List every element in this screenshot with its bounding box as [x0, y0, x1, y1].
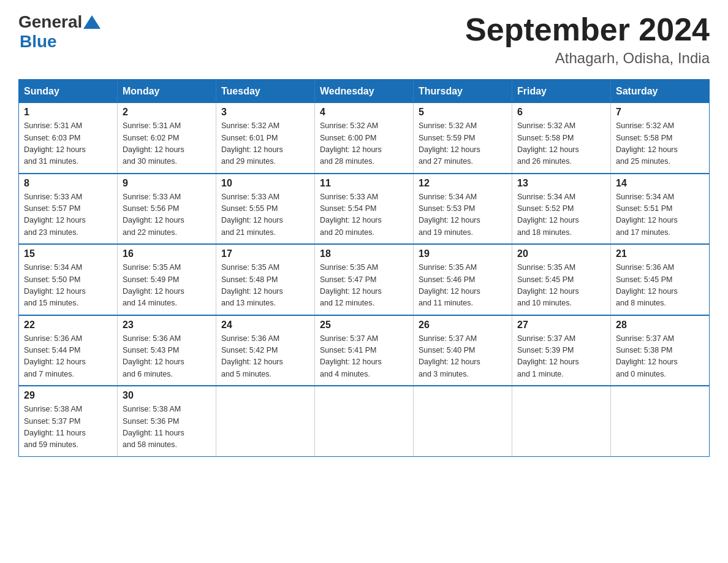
calendar-week-row: 29 Sunrise: 5:38 AM Sunset: 5:37 PM Dayl… — [19, 386, 710, 456]
weekday-header-monday: Monday — [118, 80, 216, 104]
daylight-minutes-text: and 30 minutes. — [123, 157, 177, 166]
daylight-minutes-text: and 58 minutes. — [123, 440, 177, 449]
sunset-text: Sunset: 5:58 PM — [517, 134, 574, 142]
sunset-text: Sunset: 5:49 PM — [123, 275, 179, 284]
day-number: 25 — [320, 320, 408, 331]
day-info: Sunrise: 5:38 AM Sunset: 5:36 PM Dayligh… — [123, 404, 211, 451]
day-info: Sunrise: 5:36 AM Sunset: 5:44 PM Dayligh… — [24, 333, 112, 381]
day-number: 3 — [221, 107, 309, 118]
weekday-header-wednesday: Wednesday — [315, 80, 414, 104]
calendar-day-cell: 2 Sunrise: 5:31 AM Sunset: 6:02 PM Dayli… — [118, 103, 216, 174]
day-number: 20 — [517, 248, 605, 259]
sunset-text: Sunset: 5:55 PM — [221, 204, 278, 213]
daylight-minutes-text: and 5 minutes. — [221, 370, 271, 378]
day-number: 16 — [123, 248, 211, 259]
logo-general-text: General — [18, 12, 82, 32]
calendar-day-cell: 7 Sunrise: 5:32 AM Sunset: 5:58 PM Dayli… — [611, 103, 710, 174]
sunset-text: Sunset: 5:54 PM — [320, 204, 376, 213]
daylight-minutes-text: and 21 minutes. — [221, 228, 276, 237]
daylight-minutes-text: and 29 minutes. — [221, 157, 276, 166]
day-info: Sunrise: 5:32 AM Sunset: 6:00 PM Dayligh… — [320, 120, 408, 168]
daylight-text: Daylight: 12 hours — [221, 216, 283, 224]
day-info: Sunrise: 5:37 AM Sunset: 5:38 PM Dayligh… — [616, 333, 704, 381]
day-number: 8 — [24, 178, 112, 189]
day-info: Sunrise: 5:36 AM Sunset: 5:45 PM Dayligh… — [616, 262, 704, 310]
sunrise-text: Sunrise: 5:32 AM — [320, 121, 378, 130]
calendar-day-cell: 19 Sunrise: 5:35 AM Sunset: 5:46 PM Dayl… — [414, 244, 512, 315]
daylight-minutes-text: and 3 minutes. — [419, 370, 469, 378]
calendar-day-cell: 22 Sunrise: 5:36 AM Sunset: 5:44 PM Dayl… — [19, 315, 118, 386]
weekday-header-row: SundayMondayTuesdayWednesdayThursdayFrid… — [19, 80, 710, 104]
sunset-text: Sunset: 5:37 PM — [24, 417, 80, 426]
day-info: Sunrise: 5:34 AM Sunset: 5:51 PM Dayligh… — [616, 191, 704, 239]
day-number: 1 — [24, 107, 112, 118]
day-info: Sunrise: 5:36 AM Sunset: 5:43 PM Dayligh… — [123, 333, 211, 381]
daylight-minutes-text: and 14 minutes. — [123, 299, 177, 307]
daylight-minutes-text: and 0 minutes. — [616, 370, 666, 378]
daylight-minutes-text: and 13 minutes. — [221, 299, 276, 307]
daylight-minutes-text: and 28 minutes. — [320, 157, 374, 166]
day-number: 12 — [419, 178, 507, 189]
sunset-text: Sunset: 5:48 PM — [221, 275, 278, 284]
logo: General Blue — [18, 12, 100, 52]
calendar-day-cell: 3 Sunrise: 5:32 AM Sunset: 6:01 PM Dayli… — [216, 103, 315, 174]
day-number: 13 — [517, 178, 605, 189]
day-number: 2 — [123, 107, 211, 118]
daylight-minutes-text: and 26 minutes. — [517, 157, 572, 166]
daylight-minutes-text: and 23 minutes. — [24, 228, 78, 237]
sunset-text: Sunset: 5:45 PM — [517, 275, 574, 284]
day-info: Sunrise: 5:35 AM Sunset: 5:47 PM Dayligh… — [320, 262, 408, 310]
daylight-text: Daylight: 12 hours — [517, 287, 579, 296]
location-title: Athagarh, Odisha, India — [465, 50, 710, 67]
day-info: Sunrise: 5:31 AM Sunset: 6:02 PM Dayligh… — [123, 120, 211, 168]
sunset-text: Sunset: 5:56 PM — [123, 204, 179, 213]
calendar-day-cell: 16 Sunrise: 5:35 AM Sunset: 5:49 PM Dayl… — [118, 244, 216, 315]
daylight-minutes-text: and 11 minutes. — [419, 299, 473, 307]
daylight-minutes-text: and 10 minutes. — [517, 299, 572, 307]
daylight-minutes-text: and 7 minutes. — [24, 370, 74, 378]
calendar-week-row: 1 Sunrise: 5:31 AM Sunset: 6:03 PM Dayli… — [19, 103, 710, 174]
calendar-table: SundayMondayTuesdayWednesdayThursdayFrid… — [18, 79, 710, 457]
daylight-text: Daylight: 12 hours — [517, 216, 579, 224]
calendar-day-cell: 12 Sunrise: 5:34 AM Sunset: 5:53 PM Dayl… — [414, 174, 512, 245]
sunset-text: Sunset: 5:42 PM — [221, 346, 278, 354]
calendar-day-cell: 11 Sunrise: 5:33 AM Sunset: 5:54 PM Dayl… — [315, 174, 414, 245]
daylight-minutes-text: and 31 minutes. — [24, 157, 78, 166]
daylight-text: Daylight: 12 hours — [123, 287, 184, 296]
daylight-text: Daylight: 12 hours — [24, 358, 86, 366]
sunrise-text: Sunrise: 5:36 AM — [123, 334, 181, 343]
day-info: Sunrise: 5:35 AM Sunset: 5:48 PM Dayligh… — [221, 262, 309, 310]
day-number: 6 — [517, 107, 605, 118]
daylight-text: Daylight: 12 hours — [24, 145, 86, 154]
day-number: 30 — [123, 390, 211, 401]
sunrise-text: Sunrise: 5:38 AM — [24, 405, 82, 413]
day-info: Sunrise: 5:33 AM Sunset: 5:56 PM Dayligh… — [123, 191, 211, 239]
day-info: Sunrise: 5:32 AM Sunset: 5:58 PM Dayligh… — [616, 120, 704, 168]
daylight-text: Daylight: 12 hours — [24, 216, 86, 224]
calendar-week-row: 22 Sunrise: 5:36 AM Sunset: 5:44 PM Dayl… — [19, 315, 710, 386]
weekday-header-tuesday: Tuesday — [216, 80, 315, 104]
calendar-day-cell — [315, 386, 414, 456]
sunset-text: Sunset: 5:53 PM — [419, 204, 475, 213]
sunrise-text: Sunrise: 5:36 AM — [221, 334, 279, 343]
daylight-minutes-text: and 18 minutes. — [517, 228, 572, 237]
sunrise-text: Sunrise: 5:31 AM — [24, 121, 82, 130]
day-number: 14 — [616, 178, 704, 189]
daylight-text: Daylight: 12 hours — [221, 145, 283, 154]
logo-blue-text: Blue — [20, 32, 57, 51]
daylight-minutes-text: and 59 minutes. — [24, 440, 78, 449]
sunrise-text: Sunrise: 5:35 AM — [320, 263, 378, 272]
daylight-text: Daylight: 12 hours — [419, 216, 480, 224]
calendar-day-cell — [216, 386, 315, 456]
daylight-text: Daylight: 12 hours — [123, 145, 184, 154]
sunrise-text: Sunrise: 5:37 AM — [419, 334, 477, 343]
weekday-header-sunday: Sunday — [19, 80, 118, 104]
day-number: 11 — [320, 178, 408, 189]
sunrise-text: Sunrise: 5:36 AM — [24, 334, 82, 343]
daylight-text: Daylight: 12 hours — [419, 287, 480, 296]
day-number: 4 — [320, 107, 408, 118]
day-number: 26 — [419, 320, 507, 331]
month-title: September 2024 — [465, 12, 710, 47]
sunrise-text: Sunrise: 5:35 AM — [123, 263, 181, 272]
daylight-minutes-text: and 20 minutes. — [320, 228, 374, 237]
